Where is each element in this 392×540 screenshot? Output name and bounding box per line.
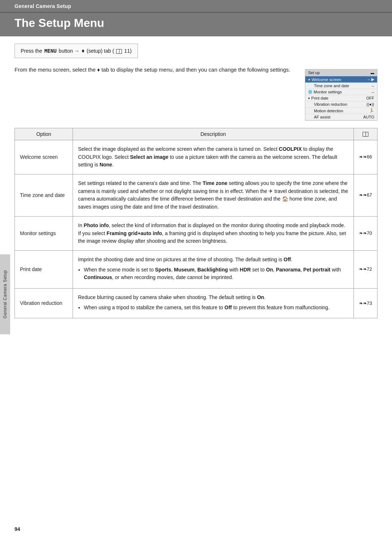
table-row-timezone: Time zone and date Set settings related … <box>15 174 377 217</box>
table-header-description: Description <box>73 128 354 140</box>
intro-text: From the menu screen, select the ♦ tab t… <box>15 65 294 74</box>
camera-menu-row-timezone: Time zone and date -- <box>305 83 377 89</box>
ref-vibration: ❧❧73 <box>354 288 377 318</box>
side-tab: General Camera Setup <box>0 254 10 334</box>
table-row-printdate: Print date Imprint the shooting date and… <box>15 250 377 288</box>
camera-menu-printdate-value: OFF <box>366 96 374 100</box>
page-number: 94 <box>15 526 20 532</box>
intro-section: From the menu screen, select the ♦ tab t… <box>15 65 377 121</box>
menu-label: MENU <box>44 48 57 54</box>
option-printdate: Print date <box>15 250 73 288</box>
table-row-vibration: Vibration reduction Reduce blurring caus… <box>15 288 377 318</box>
side-tab-label: General Camera Setup <box>3 270 8 318</box>
ref-symbol-welcome: ❧❧ <box>359 154 367 160</box>
camera-menu-row-welcome: ● Welcome screen -- ▶ <box>305 76 377 83</box>
desc-welcome: Select the image displayed as the welcom… <box>73 140 354 174</box>
camera-menu: Set up ▬ ● Welcome screen -- ▶ Time zone… <box>305 69 377 121</box>
printdate-bullet-1: When the scene mode is set to Sports, Mu… <box>84 266 348 282</box>
camera-menu-icon: ▬ <box>371 71 374 75</box>
table-header-option: Option <box>15 128 73 140</box>
instruction-prefix: Press the <box>21 48 42 54</box>
camera-menu-motion-value: 🏃 <box>369 108 374 113</box>
ref-welcome: ❧❧66 <box>354 140 377 174</box>
desc-timezone: Set settings related to the camera's dat… <box>73 174 354 217</box>
ref-symbol-timezone: ❧❧ <box>359 192 367 198</box>
camera-menu-monitor-label: Monitor settings <box>314 90 342 94</box>
page-title: The Setup Menu <box>15 16 104 29</box>
camera-menu-header: Set up ▬ <box>305 69 377 76</box>
header-section: General Camera Setup <box>0 0 392 13</box>
camera-menu-welcome-value: -- ▶ <box>368 77 374 82</box>
desc-vibration: Reduce blurring caused by camera shake w… <box>73 288 354 318</box>
camera-menu-row-printdate: ♦ Print date OFF <box>305 95 377 101</box>
table-header-ref <box>354 128 377 140</box>
ref-monitor: ❧❧70 <box>354 216 377 250</box>
camera-menu-af-value: AUTO <box>363 115 374 119</box>
camera-menu-timezone-value: -- <box>372 84 374 88</box>
option-vibration: Vibration reduction <box>15 288 73 318</box>
page-ref: 11) <box>124 48 131 54</box>
desc-monitor: In Photo info, select the kind of inform… <box>73 216 354 250</box>
monitor-icon: 🌐 <box>308 90 312 94</box>
book-icon <box>116 49 122 54</box>
vibration-bullet-1: When using a tripod to stabilize the cam… <box>84 304 348 312</box>
option-welcome: Welcome screen <box>15 140 73 174</box>
setup-table: Option Description Welcome screen Select… <box>15 128 377 318</box>
camera-menu-timezone-label: Time zone and date <box>314 84 349 88</box>
camera-menu-monitor-value: -- <box>372 90 374 94</box>
camera-menu-row-monitor: 🌐 Monitor settings -- <box>305 89 377 95</box>
camera-menu-af-label: AF assist <box>314 115 330 119</box>
camera-menu-vibration-value: ((●)) <box>367 102 374 106</box>
option-monitor: Monitor settings <box>15 216 73 250</box>
main-content: Press the MENU button → ♦ (setup) tab ( … <box>0 36 392 329</box>
book-icon-header <box>363 132 368 137</box>
camera-menu-row-motion: Motion detection 🏃 <box>305 108 377 114</box>
option-timezone: Time zone and date <box>15 174 73 217</box>
instruction-box: Press the MENU button → ♦ (setup) tab ( … <box>15 44 138 58</box>
ref-symbol-monitor: ❧❧ <box>359 230 367 236</box>
ref-symbol-vibration: ❧❧ <box>359 301 367 306</box>
table-row-welcome: Welcome screen Select the image displaye… <box>15 140 377 174</box>
camera-menu-title: Set up <box>308 70 320 75</box>
printdate-bullet-list: When the scene mode is set to Sports, Mu… <box>78 266 348 282</box>
camera-menu-row-af: AF assist AUTO <box>305 114 377 120</box>
camera-menu-motion-label: Motion detection <box>314 109 343 113</box>
vibration-bullet-list: When using a tripod to stabilize the cam… <box>78 304 348 312</box>
camera-menu-welcome-label: Welcome screen <box>311 77 341 82</box>
welcome-dot: ● <box>308 78 310 81</box>
instruction-middle: button → <box>59 48 79 54</box>
camera-menu-vibration-label: Vibration reduction <box>314 102 347 106</box>
ref-printdate: ❧❧72 <box>354 250 377 288</box>
printdate-icon: ♦ <box>308 96 310 100</box>
ref-symbol-printdate: ❧❧ <box>359 266 367 272</box>
desc-printdate: Imprint the shooting date and time on pi… <box>73 250 354 288</box>
instruction-suffix: (setup) tab ( <box>87 48 114 54</box>
camera-menu-row-vibration: Vibration reduction ((●)) <box>305 101 377 108</box>
ref-timezone: ❧❧67 <box>354 174 377 217</box>
table-row-monitor: Monitor settings In Photo info, select t… <box>15 216 377 250</box>
camera-menu-printdate-label: Print date <box>311 96 328 100</box>
setup-symbol: ♦ <box>82 48 85 54</box>
header-title-block: The Setup Menu <box>0 13 392 36</box>
header-subtitle: General Camera Setup <box>15 3 71 9</box>
